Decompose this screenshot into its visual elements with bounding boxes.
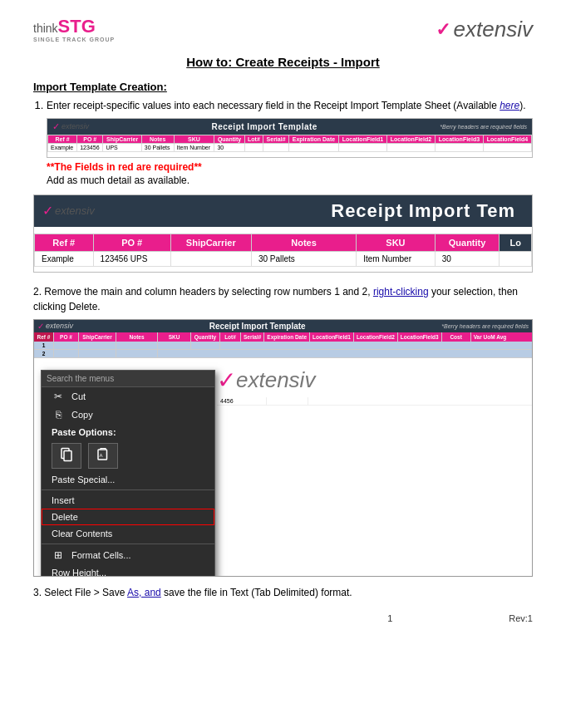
template-large-header: ✓ extensiv Receipt Import Tem xyxy=(34,195,532,227)
spreadsheet-row3-partial: 4456 xyxy=(217,397,532,406)
paste-icon-1[interactable] xyxy=(52,443,81,469)
format-cells-icon: ⊞ xyxy=(52,549,65,561)
cut-icon: ✂ xyxy=(52,391,65,402)
step1-text: Enter receipt-specific values into each … xyxy=(47,100,526,111)
thinkstg-logo: thinkSTG SINGLE TRACK GROUP xyxy=(33,17,115,43)
svg-rect-1 xyxy=(64,450,71,460)
large-table-row: Example 123456 UPS 30 Pallets Item Numbe… xyxy=(35,251,532,266)
red-note: **The Fields in red are required** xyxy=(47,161,533,173)
here-link[interactable]: here xyxy=(500,100,519,111)
add-note: Add as much detail as available. xyxy=(47,175,533,186)
step3-container: 3. Select File > Save As, and save the f… xyxy=(33,585,533,600)
template-title: Receipt Import Template xyxy=(211,122,317,131)
right-clicking-link[interactable]: right-clicking xyxy=(373,286,429,298)
insert-menu-item[interactable]: Insert xyxy=(42,492,214,509)
template-large-screenshot: ✓ extensiv Receipt Import Tem Ref # PO #… xyxy=(33,194,533,273)
rev-number: Rev:1 xyxy=(509,613,533,623)
section-title: Import Template Creation: xyxy=(33,81,533,93)
required-note: *Berry headers are required fields xyxy=(440,124,527,130)
save-as-link[interactable]: As, and xyxy=(127,587,161,598)
large-col-header-row: Ref # PO # ShipCarrier Notes SKU Quantit… xyxy=(35,234,532,251)
paste-icons-row: A xyxy=(42,440,214,471)
spreadsheet-row1: 1 xyxy=(34,342,532,350)
col-header-ref: Ref # xyxy=(34,332,54,342)
copy-icon: ⎘ xyxy=(52,409,65,421)
clear-contents-menu-item[interactable]: Clear Contents xyxy=(42,525,214,542)
think-text: think xyxy=(33,22,58,35)
context-menu-screenshot: ✓ extensiv Receipt Import Template *Berr… xyxy=(33,319,533,577)
spreadsheet-logo: ✓ extensiv xyxy=(37,322,73,331)
template-logo: ✓ extensiv xyxy=(52,121,89,132)
context-menu: Search the menus ✂ Cut ⎘ Copy Paste Opti… xyxy=(41,370,215,577)
page-number: 1 xyxy=(271,613,509,623)
tagline-text: SINGLE TRACK GROUP xyxy=(33,37,115,43)
template-small-screenshot: ✓ extensiv Receipt Import Template *Berr… xyxy=(47,118,533,158)
header-logos: thinkSTG SINGLE TRACK GROUP ✓ extensiv xyxy=(33,17,533,43)
spreadsheet-col-headers: Ref # PO # ShipCarrier Notes SKU Quantit… xyxy=(34,332,532,342)
extensiv-name: extensiv xyxy=(454,17,533,42)
spreadsheet-required-note: *Berry headers are required fields xyxy=(441,323,529,329)
template-large-table: Ref # PO # ShipCarrier Notes SKU Quantit… xyxy=(34,234,532,267)
spreadsheet-header-bar: ✓ extensiv Receipt Import Template *Berr… xyxy=(34,320,532,332)
format-cells-menu-item[interactable]: ⊞ Format Cells... xyxy=(42,546,214,564)
step2-container: 2. Remove the main and column headers by… xyxy=(33,284,533,314)
delete-menu-item[interactable]: Delete xyxy=(42,509,214,525)
template-small-header: ✓ extensiv Receipt Import Template *Berr… xyxy=(47,119,532,135)
row-height-menu-item[interactable]: Row Height... xyxy=(42,564,214,577)
paste-options-label: Paste Options: xyxy=(42,424,214,440)
step-1: Enter receipt-specific values into each … xyxy=(47,98,533,113)
svg-text:A: A xyxy=(100,453,103,458)
divider-1 xyxy=(42,489,214,490)
steps-list: Enter receipt-specific values into each … xyxy=(33,98,533,113)
template-large-title: Receipt Import Tem xyxy=(95,200,524,222)
copy-menu-item[interactable]: ⎘ Copy xyxy=(42,406,214,424)
extensiv-check-icon: ✓ xyxy=(436,19,450,41)
page-title: How to: Create Receipts - Import xyxy=(33,55,533,69)
step2-text: 2. Remove the main and column headers by… xyxy=(33,286,518,312)
search-menus[interactable]: Search the menus xyxy=(42,371,214,387)
spreadsheet-row2: 2 xyxy=(34,350,532,358)
col-header-row: Ref # PO # ShipCarrier Notes SKU Quantit… xyxy=(48,135,532,143)
table-row: Example 123456 UPS 30 Pallets Item Numbe… xyxy=(48,143,532,151)
divider-2 xyxy=(42,544,214,544)
spreadsheet-title: Receipt Import Template xyxy=(209,322,306,331)
template-large-logo: ✓ extensiv xyxy=(42,203,95,219)
page-footer: 1 Rev:1 xyxy=(33,613,533,623)
notes-area: **The Fields in red are required** Add a… xyxy=(47,161,533,186)
cut-menu-item[interactable]: ✂ Cut xyxy=(42,387,214,406)
paste-icon-2[interactable]: A xyxy=(88,443,118,469)
stg-text: STG xyxy=(58,16,96,37)
paste-special-menu-item[interactable]: Paste Special... xyxy=(42,471,214,488)
template-small-table: Ref # PO # ShipCarrier Notes SKU Quantit… xyxy=(47,135,532,152)
extensiv-header-logo: ✓ extensiv xyxy=(436,17,533,42)
